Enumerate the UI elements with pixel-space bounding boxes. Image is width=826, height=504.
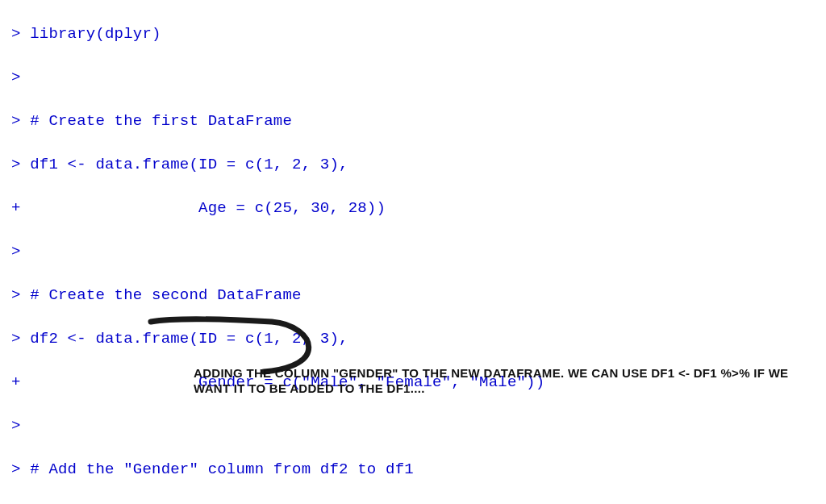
code-line: > library(dplyr)	[11, 23, 826, 45]
code-line: > df2 <- data.frame(ID = c(1, 2, 3),	[11, 328, 826, 350]
r-console: > library(dplyr) > > # Create the first …	[0, 0, 826, 504]
code-line: > df1 <- data.frame(ID = c(1, 2, 3),	[11, 154, 826, 176]
code-line: > # Create the second DataFrame	[11, 285, 826, 306]
handwritten-annotation: ADDING THE COLUMN "GENDER" TO THE NEW DA…	[194, 366, 807, 397]
code-line: + Age = c(25, 30, 28))	[11, 198, 826, 219]
code-line: >	[11, 67, 826, 89]
code-line: > # Create the first DataFrame	[11, 110, 826, 132]
code-line: > # Add the "Gender" column from df2 to …	[11, 459, 826, 481]
code-line: >	[11, 241, 826, 263]
code-line: >	[11, 415, 826, 437]
